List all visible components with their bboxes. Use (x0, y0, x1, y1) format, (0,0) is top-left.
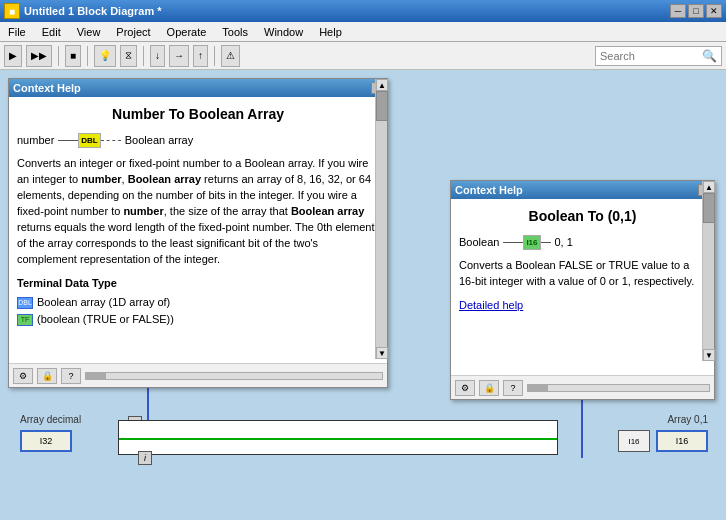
scroll-track-right (703, 199, 714, 349)
maximize-button[interactable]: □ (688, 4, 704, 18)
body-text-5: returns equals the word length of the fi… (17, 221, 375, 265)
run-continuously-button[interactable]: ▶▶ (26, 45, 52, 67)
footer-scroll-right[interactable] (527, 384, 710, 392)
context-help-right-title: Context Help (455, 184, 698, 196)
retain-btn[interactable]: ⧖ (120, 45, 137, 67)
context-help-right: Context Help ✕ Boolean To (0,1) Boolean … (450, 180, 715, 400)
scroll-track-left (376, 97, 387, 347)
right-footer-btn-2[interactable]: 🔒 (479, 380, 499, 396)
right-connector-box: I16 (523, 235, 540, 250)
help-body-text: Converts an integer or fixed-point numbe… (17, 156, 379, 268)
context-help-left-title: Context Help (13, 82, 371, 94)
footer-btn-2[interactable]: 🔒 (37, 368, 57, 384)
search-box: 🔍 (595, 46, 722, 66)
scrollbar-vertical-left[interactable]: ▲ ▼ (375, 97, 387, 359)
footer-btn-3[interactable]: ? (61, 368, 81, 384)
terminal-title: Terminal Data Type (17, 276, 379, 291)
toolbar-separator-1 (58, 46, 59, 66)
title-bar-text: Untitled 1 Block Diagram * (24, 5, 670, 17)
right-output-label: 0, 1 (555, 235, 573, 250)
right-body-text: Converts a Boolean FALSE or TRUE value t… (459, 259, 694, 287)
search-input[interactable] (600, 50, 700, 62)
menu-view[interactable]: View (69, 24, 109, 40)
footer-scroll-left[interactable] (85, 372, 383, 380)
right-line-h (503, 242, 523, 243)
output-block-label: Array 0,1 (667, 414, 708, 425)
input-block-label: Array decimal (20, 414, 81, 425)
title-bar-buttons: ─ □ ✕ (670, 4, 722, 18)
run-button[interactable]: ▶ (4, 45, 22, 67)
context-help-left-content: Number To Boolean Array number DBL Boole… (9, 97, 387, 363)
output-block: I16 (656, 430, 708, 452)
menu-file[interactable]: File (0, 24, 34, 40)
right-help-body: Converts a Boolean FALSE or TRUE value t… (459, 258, 706, 290)
scrollbar-vertical-right[interactable]: ▲ ▼ (702, 199, 714, 361)
step-over-btn[interactable]: → (169, 45, 189, 67)
scroll-thumb-right[interactable] (703, 199, 714, 223)
input-inner-label: I32 (40, 436, 53, 446)
toolbar-separator-3 (143, 46, 144, 66)
main-area: Context Help ✕ Number To Boolean Array n… (0, 70, 726, 520)
connector-box-left: DBL (78, 133, 100, 148)
output-inner-display: I16 (676, 436, 689, 446)
close-button[interactable]: ✕ (706, 4, 722, 18)
scroll-down-left[interactable]: ▼ (376, 347, 387, 359)
menu-bar: File Edit View Project Operate Tools Win… (0, 22, 726, 42)
right-footer-btn-1[interactable]: ⚙ (455, 380, 475, 396)
highlight-btn[interactable]: 💡 (94, 45, 116, 67)
body-bold-1: number (81, 173, 121, 185)
boolean-to-01-diagram: Boolean I16 0, 1 (459, 235, 706, 250)
menu-operate[interactable]: Operate (159, 24, 215, 40)
output-label: Boolean array (125, 133, 194, 148)
array-01-label: Array 0,1 (667, 414, 708, 425)
toolbar: ▶ ▶▶ ■ 💡 ⧖ ↓ → ↑ ⚠ 🔍 (0, 42, 726, 70)
context-help-left-heading: Number To Boolean Array (17, 105, 379, 125)
app-icon-symbol: ■ (9, 6, 15, 17)
stop-button[interactable]: ■ (65, 45, 81, 67)
terminal-section: Terminal Data Type DBL Boolean array (1D… (17, 276, 379, 328)
number-to-boolean-diagram: number DBL Boolean array (17, 133, 379, 148)
step-out-btn[interactable]: ↑ (193, 45, 208, 67)
output-inner-label: I16 (628, 437, 639, 446)
right-footer-btn-3[interactable]: ? (503, 380, 523, 396)
footer-scroll-thumb-right (528, 385, 548, 391)
line-h (58, 140, 78, 141)
context-help-right-content: Boolean To (0,1) Boolean I16 0, 1 Conver… (451, 199, 714, 375)
warn-btn[interactable]: ⚠ (221, 45, 240, 67)
body-text-4: , the size of the array that (164, 205, 291, 217)
input-block: I32 (20, 430, 72, 452)
scroll-thumb-left[interactable] (376, 97, 387, 121)
minimize-button[interactable]: ─ (670, 4, 686, 18)
context-help-right-heading: Boolean To (0,1) (459, 207, 706, 227)
toolbar-separator-2 (87, 46, 88, 66)
toolbar-separator-4 (214, 46, 215, 66)
context-help-right-footer: ⚙ 🔒 ? (451, 375, 714, 399)
i-block: i (138, 451, 152, 465)
title-bar: ■ Untitled 1 Block Diagram * ─ □ ✕ (0, 0, 726, 22)
footer-scroll-thumb-left (86, 373, 106, 379)
menu-window[interactable]: Window (256, 24, 311, 40)
line-dashed (101, 140, 121, 141)
array-decimal-label: Array decimal (20, 414, 81, 425)
terminal-icon-dbl: DBL (17, 297, 33, 309)
context-help-right-titlebar: Context Help ✕ (451, 181, 714, 199)
body-bold-3: number (123, 205, 163, 217)
context-help-left-titlebar: Context Help ✕ (9, 79, 387, 97)
input-label: number (17, 133, 54, 148)
left-line: DBL (58, 133, 120, 148)
menu-project[interactable]: Project (108, 24, 158, 40)
search-icon[interactable]: 🔍 (702, 49, 717, 63)
menu-tools[interactable]: Tools (214, 24, 256, 40)
context-help-left: Context Help ✕ Number To Boolean Array n… (8, 78, 388, 388)
app-icon: ■ (4, 3, 20, 19)
output-inner-block: I16 (618, 430, 650, 452)
green-wire (119, 438, 557, 440)
detailed-help-link[interactable]: Detailed help (459, 298, 706, 313)
body-bold-2: Boolean array (128, 173, 201, 185)
footer-btn-1[interactable]: ⚙ (13, 368, 33, 384)
menu-help[interactable]: Help (311, 24, 350, 40)
terminal-text-2: (boolean (TRUE or FALSE)) (37, 312, 174, 327)
step-into-btn[interactable]: ↓ (150, 45, 165, 67)
scroll-down-right[interactable]: ▼ (703, 349, 714, 361)
menu-edit[interactable]: Edit (34, 24, 69, 40)
